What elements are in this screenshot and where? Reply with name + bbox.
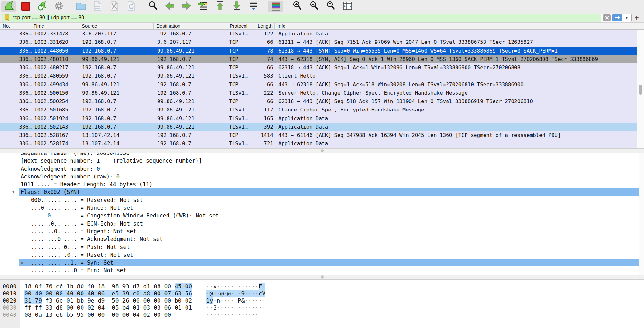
- hex-bytes[interactable]: 18 0f 76 c6 1b 80 f0 18 98 93 d7 d1 08 0…: [24, 283, 192, 290]
- go-to-last-packet-button[interactable]: [229, 1, 244, 12]
- restart-capture-button[interactable]: [35, 1, 50, 12]
- stop-capture-button[interactable]: [18, 1, 33, 12]
- close-capture-button[interactable]: [107, 1, 122, 12]
- filter-clear-button[interactable]: [603, 14, 611, 21]
- detail-line[interactable]: ▼Flags: 0x002 (SYN): [0, 188, 639, 196]
- detail-line[interactable]: Acknowledgment number: 0: [0, 165, 644, 173]
- packet-cell-len: 66: [255, 38, 273, 46]
- zoom-100-button[interactable]: [323, 1, 338, 12]
- filter-bookmark-icon[interactable]: [5, 14, 9, 21]
- packet-cell-no: 336…: [7, 89, 32, 97]
- packet-row[interactable]: 336…1002.480217192.168.0.799.86.49.121TC…: [0, 63, 637, 72]
- hex-bytes[interactable]: 31 79 f3 6e 01 bb 9e d9 50 26 00 00 00 0…: [24, 297, 192, 304]
- zoom-in-button[interactable]: [290, 1, 305, 12]
- detail-line[interactable]: .... .... 0... = Push: Not set: [0, 243, 644, 251]
- packet-row[interactable]: 336…1002.501924192.168.0.799.86.49.121TL…: [0, 114, 637, 123]
- detail-line[interactable]: .... .... .0.. = Reset: Not set: [0, 251, 644, 259]
- colorize-button[interactable]: [268, 1, 283, 12]
- hex-ascii[interactable]: ········ ······: [206, 311, 259, 318]
- hex-row[interactable]: 002031 79 f3 6e 01 bb 9e d9 50 26 00 00 …: [0, 297, 644, 304]
- detail-text: .... .... ..1. = Syn: Set: [31, 259, 113, 266]
- column-header-no[interactable]: No.: [0, 23, 31, 29]
- packet-row[interactable]: 336…1002.52816713.107.42.14192.168.0.7TC…: [0, 131, 637, 140]
- display-filter-input[interactable]: tcp.port == 80 || udp.port == 80 ▼: [2, 14, 632, 22]
- hex-ascii[interactable]: 1y·n···· P&······: [206, 297, 265, 304]
- column-header-destination[interactable]: Destination: [154, 23, 227, 29]
- detail-line[interactable]: 000. .... .... = Reserved: Not set: [0, 196, 644, 204]
- packet-cell-src: 192.168.0.7: [79, 63, 154, 72]
- filter-add-button[interactable]: +: [632, 14, 641, 22]
- detail-line[interactable]: .... 0... .... = Congestion Window Reduc…: [0, 212, 644, 219]
- detail-line[interactable]: .... ..0. .... = Urgent: Not set: [0, 227, 644, 235]
- start-capture-button[interactable]: [1, 1, 16, 12]
- hex-row[interactable]: 001000 40 00 00 40 00 40 06 e5 39 c0 a8 …: [0, 290, 644, 297]
- packet-row[interactable]: 336…1002.3314783.6.207.117192.168.0.7TLS…: [0, 30, 637, 38]
- detail-line[interactable]: .... .... ...0 = Fin: Not set: [0, 266, 644, 274]
- hex-ascii[interactable]: ··3····· ········: [206, 304, 265, 311]
- packet-row[interactable]: 336…1002.480559192.168.0.799.86.49.121TL…: [0, 72, 637, 80]
- detail-line[interactable]: .... .0.. .... = ECN-Echo: Not set: [0, 220, 644, 227]
- filter-expression-text[interactable]: tcp.port == 80 || udp.port == 80: [13, 15, 84, 21]
- packet-cell-dst: 192.168.0.7: [154, 89, 227, 97]
- splitter-handle-icon: [321, 275, 324, 279]
- packet-row[interactable]: 336…1002.49943499.86.49.121192.168.0.7TC…: [0, 81, 637, 89]
- detail-line[interactable]: ▶.... .... ..1. = Syn: Set: [0, 259, 639, 266]
- packet-row[interactable]: 336…1002.502143192.168.0.799.86.49.121TL…: [0, 123, 637, 131]
- reload-capture-button[interactable]: [124, 1, 139, 12]
- detail-line[interactable]: Sequence number (raw): 2005041556: [0, 153, 644, 157]
- packet-cell-dst: 99.86.49.121: [154, 72, 227, 80]
- go-back-button[interactable]: [162, 1, 177, 12]
- detail-line[interactable]: ...0 .... .... = Nonce: Not set: [0, 204, 644, 212]
- find-packet-button[interactable]: [146, 1, 160, 12]
- scrollbar-thumb[interactable]: [639, 85, 642, 95]
- packet-row[interactable]: 336…1002.52817413.107.42.14192.168.0.7TL…: [0, 140, 637, 148]
- expand-arrow-icon[interactable]: ▶: [21, 259, 24, 266]
- packet-row[interactable]: 336…1002.331620192.168.0.73.6.207.117TCP…: [0, 38, 637, 46]
- packet-cell-len: 1414: [255, 131, 273, 140]
- packet-row[interactable]: 336…1002.501685192.168.0.799.86.49.121TL…: [0, 106, 637, 114]
- go-to-packet-button[interactable]: [196, 1, 211, 12]
- packet-list-header: No. Time Source Destination Protocol Len…: [0, 23, 644, 30]
- filter-dropdown-chevron-icon[interactable]: ▼: [624, 15, 630, 20]
- detail-line[interactable]: .... ...0 .... = Acknowledgment: Not set: [0, 235, 644, 243]
- hex-row[interactable]: 004008 0a 13 e6 b5 95 00 00 00 00 04 02 …: [0, 311, 644, 318]
- column-header-info[interactable]: Info: [275, 23, 644, 29]
- hex-row[interactable]: 000018 0f 76 c6 1b 80 f0 18 98 93 d7 d1 …: [0, 283, 644, 290]
- packet-cell-no: 336…: [7, 63, 32, 72]
- hex-ascii[interactable]: ·@··@·@· ·9····cV: [206, 290, 265, 297]
- filter-apply-button[interactable]: [612, 14, 622, 21]
- packet-row[interactable]: 336…1002.48011099.86.49.121192.168.0.7TC…: [0, 55, 637, 63]
- hex-bytes[interactable]: 08 0a 13 e6 b5 95 00 00 00 00 04 02 00 0…: [24, 311, 171, 318]
- save-capture-button[interactable]: [90, 1, 105, 12]
- column-header-length[interactable]: Length: [255, 23, 275, 29]
- auto-scroll-button[interactable]: [246, 1, 261, 12]
- details-scrollbar[interactable]: [639, 153, 644, 275]
- go-to-first-packet-button[interactable]: [213, 1, 227, 12]
- column-header-protocol[interactable]: Protocol: [227, 23, 255, 29]
- detail-text: 000. .... .... = Reserved: Not set: [31, 197, 143, 203]
- details-bytes-splitter[interactable]: [0, 275, 644, 280]
- packet-row[interactable]: 336…1002.448050192.168.0.799.86.49.121TC…: [0, 47, 637, 55]
- detail-line[interactable]: Acknowledgment number (raw): 0: [0, 173, 644, 180]
- resize-columns-button[interactable]: [340, 1, 355, 12]
- list-details-splitter[interactable]: [0, 148, 644, 153]
- packet-list-scrollbar[interactable]: [637, 30, 644, 148]
- detail-line[interactable]: 1011 .... = Header Length: 44 bytes (11): [0, 180, 644, 188]
- column-header-time[interactable]: Time: [31, 23, 79, 29]
- hex-row[interactable]: 0030ff ff 33 d8 00 00 02 04 05 b4 01 03 …: [0, 304, 644, 311]
- packet-row[interactable]: 336…1002.500254192.168.0.799.86.49.121TC…: [0, 97, 637, 106]
- go-forward-button[interactable]: [179, 1, 194, 12]
- capture-options-button[interactable]: [52, 1, 66, 12]
- hex-ascii[interactable]: ··v····· ······E·: [206, 283, 265, 290]
- hex-bytes[interactable]: ff ff 33 d8 00 00 02 04 05 b4 01 03 03 0…: [24, 304, 192, 311]
- packet-cell-proto: TLSv1…: [227, 30, 255, 38]
- hex-bytes[interactable]: 00 40 00 00 40 00 40 06 e5 39 c0 a8 00 0…: [24, 290, 192, 297]
- collapse-arrow-icon[interactable]: ▼: [12, 188, 14, 196]
- packet-row[interactable]: 336…1002.50015099.86.49.121192.168.0.7TL…: [0, 89, 637, 97]
- goto-packet-icon: [198, 0, 209, 13]
- open-capture-button[interactable]: [73, 1, 88, 12]
- column-header-source[interactable]: Source: [79, 23, 154, 29]
- zoom-out-button[interactable]: [307, 1, 322, 12]
- packet-cell-proto: TCP: [227, 131, 255, 140]
- detail-line[interactable]: [Next sequence number: 1 (relative seque…: [0, 157, 644, 165]
